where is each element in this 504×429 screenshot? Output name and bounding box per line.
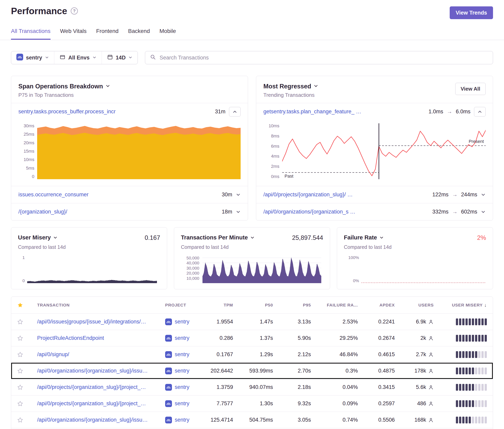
column-header-misery[interactable]: USER MISERY↓ <box>438 302 493 308</box>
apdex-cell: 0.3415 <box>362 384 399 390</box>
tab-web-vitals[interactable]: Web Vitals <box>60 28 87 40</box>
misery-bar <box>459 384 461 391</box>
regressed-collapse-button[interactable] <box>474 107 486 116</box>
row-star-cell <box>11 384 29 390</box>
span-op-duration: 30m <box>222 192 232 198</box>
p95-cell: 2.12s <box>277 351 315 358</box>
table-row[interactable]: /api/0/organizations/{organization_slug}… <box>11 412 493 428</box>
misery-bar <box>475 400 477 407</box>
column-header-apdex[interactable]: APDEX <box>362 303 399 307</box>
transaction-link[interactable]: /api/0/projects/{organization_slug}/{pro… <box>37 384 146 390</box>
axis-tick: 2ms <box>271 164 279 169</box>
users-count: 5.6k <box>416 384 426 390</box>
star-filled-icon[interactable] <box>17 302 23 308</box>
misery-bar <box>456 417 458 423</box>
chevron-down-icon <box>105 83 110 90</box>
span-op-expand-button[interactable] <box>236 192 241 197</box>
transaction-link[interactable]: /api/0/organizations/{organization_slug}… <box>37 368 148 374</box>
misery-bar <box>475 335 477 341</box>
metric-title[interactable]: User Misery <box>18 234 57 241</box>
star-icon[interactable] <box>17 401 23 407</box>
project-link[interactable]: sentry <box>175 335 189 341</box>
table-row[interactable] <box>11 428 493 429</box>
metric-title[interactable]: Failure Rate <box>344 234 384 241</box>
star-icon[interactable] <box>17 384 23 390</box>
chevron-down-icon <box>92 55 97 61</box>
project-filter[interactable]: sentry <box>11 51 54 64</box>
regressed-to-value: 6.0ms <box>456 109 470 115</box>
axis-tick: 15ms <box>24 149 34 154</box>
project-link[interactable]: sentry <box>175 368 189 374</box>
misery-bar <box>462 318 464 325</box>
span-op-expand-button[interactable] <box>236 210 241 214</box>
project-link[interactable]: sentry <box>175 417 189 423</box>
regressed-expand-button[interactable] <box>481 192 486 197</box>
users-cell: 6.9k <box>399 319 438 325</box>
transaction-link[interactable]: /api/0/signup/ <box>37 351 69 357</box>
row-star-cell <box>11 319 29 325</box>
table-row[interactable]: /api/0/organizations/{organization_slug}… <box>11 363 493 379</box>
column-header-star[interactable] <box>11 302 29 308</box>
tab-backend[interactable]: Backend <box>128 28 150 40</box>
span-op-link[interactable]: /{organization_slug}/ <box>18 209 67 215</box>
misery-bar <box>472 384 474 391</box>
transaction-link[interactable]: /api/0/organizations/{organization_slug}… <box>37 417 148 423</box>
tab-mobile[interactable]: Mobile <box>160 28 176 40</box>
table-row[interactable]: /api/0/issues|groups/{issue_id}/integrat… <box>11 314 493 330</box>
project-link[interactable]: sentry <box>175 401 189 407</box>
metric-subtitle: Compared to last 14d <box>181 244 323 250</box>
table-row[interactable]: /api/0/projects/{organization_slug}/{pro… <box>11 395 493 412</box>
column-header-p95[interactable]: P95 <box>277 303 315 307</box>
misery-bar <box>469 384 471 391</box>
view-trends-button[interactable]: View Trends <box>450 6 493 19</box>
environment-filter[interactable]: All Envs <box>54 51 102 64</box>
regressed-link[interactable]: /api/0/organizations/{organization_s … <box>263 209 355 215</box>
span-op-link[interactable]: issues.occurrence_consumer <box>18 192 89 198</box>
column-header-project[interactable]: PROJECT <box>162 303 204 307</box>
p50-cell: 1.37s <box>237 335 277 341</box>
table-row[interactable]: ProjectRuleActionsEndpointsentry0.2861.3… <box>11 330 493 346</box>
misery-bar <box>472 335 474 341</box>
transaction-link[interactable]: ProjectRuleActionsEndpoint <box>37 335 104 341</box>
view-all-button[interactable]: View All <box>455 83 486 95</box>
column-header-users[interactable]: USERS <box>399 303 438 307</box>
regressed-link[interactable]: getsentry.tasks.plan_change_feature_ … <box>263 109 361 115</box>
tab-all-transactions[interactable]: All Transactions <box>11 28 51 40</box>
column-header-transaction[interactable]: TRANSACTION <box>29 303 162 307</box>
star-icon[interactable] <box>17 368 23 374</box>
transaction-link[interactable]: /api/0/issues|groups/{issue_id}/integrat… <box>37 319 146 325</box>
misery-bar <box>459 351 461 358</box>
project-link[interactable]: sentry <box>175 384 189 390</box>
tpm-cell: 0.1767 <box>204 351 237 358</box>
date-range-filter[interactable]: 14D <box>102 51 138 64</box>
help-icon[interactable]: ? <box>71 7 78 15</box>
table-row[interactable]: /api/0/signup/sentry0.17671.29s2.12s46.8… <box>11 346 493 363</box>
span-op-collapse-button[interactable] <box>229 107 241 116</box>
span-ops-title[interactable]: Span Operations Breakdown <box>18 83 110 90</box>
regressed-expand-button[interactable] <box>481 210 486 214</box>
most-regressed-title[interactable]: Most Regressed <box>263 83 318 90</box>
sort-desc-icon: ↓ <box>484 302 487 308</box>
metric-subtitle: Compared to last 14d <box>18 244 160 250</box>
star-icon[interactable] <box>17 319 23 325</box>
axis-tick: 0% <box>353 278 359 283</box>
project-filter-label: sentry <box>26 55 42 61</box>
star-icon[interactable] <box>17 351 23 358</box>
project-link[interactable]: sentry <box>175 319 189 325</box>
transaction-cell: /api/0/issues|groups/{issue_id}/integrat… <box>29 319 162 325</box>
span-op-link[interactable]: sentry.tasks.process_buffer.process_incr <box>18 109 116 115</box>
project-link[interactable]: sentry <box>175 351 189 358</box>
metric-title[interactable]: Transactions Per Minute <box>181 234 255 241</box>
row-star-cell <box>11 401 29 407</box>
sentry-logo-icon <box>165 318 172 325</box>
column-header-failure[interactable]: FAILURE RA... <box>315 303 362 307</box>
search-input[interactable] <box>160 55 488 61</box>
tab-frontend[interactable]: Frontend <box>96 28 118 40</box>
star-icon[interactable] <box>17 417 23 423</box>
column-header-p50[interactable]: P50 <box>237 303 277 307</box>
table-row[interactable]: /api/0/projects/{organization_slug}/{pro… <box>11 379 493 395</box>
column-header-tpm[interactable]: TPM <box>204 303 237 307</box>
star-icon[interactable] <box>17 335 23 341</box>
regressed-link[interactable]: /api/0/projects/{organization_slug}/ … <box>263 192 353 198</box>
transaction-link[interactable]: /api/0/projects/{organization_slug}/{pro… <box>37 401 146 406</box>
